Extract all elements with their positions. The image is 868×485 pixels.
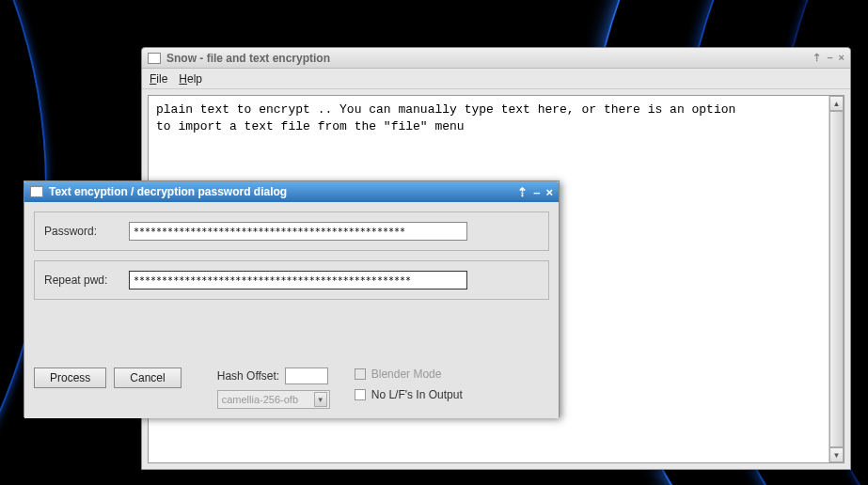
checkbox-column: Blender Mode No L/F's In Output bbox=[355, 368, 463, 401]
scrollbar[interactable]: ▲ ▼ bbox=[829, 96, 844, 462]
password-input[interactable] bbox=[129, 222, 467, 241]
hash-offset-row: Hash Offset: bbox=[217, 368, 330, 384]
pin-icon[interactable]: ⇡ bbox=[517, 185, 528, 199]
menu-help[interactable]: Help bbox=[179, 72, 202, 86]
cipher-select[interactable]: camellia-256-ofb ▼ bbox=[217, 390, 330, 409]
no-lfs-label: No L/F's In Output bbox=[371, 388, 463, 401]
close-icon[interactable]: × bbox=[545, 185, 553, 199]
no-lfs-row: No L/F's In Output bbox=[355, 388, 463, 401]
repeat-password-row: Repeat pwd: bbox=[34, 260, 549, 300]
close-icon[interactable]: × bbox=[839, 52, 844, 64]
blender-mode-label: Blender Mode bbox=[371, 368, 442, 381]
dialog-icon bbox=[30, 186, 43, 197]
password-dialog: Text encyption / decryption password dia… bbox=[24, 180, 560, 417]
scroll-thumb[interactable] bbox=[829, 111, 844, 447]
pin-icon[interactable]: ⇡ bbox=[813, 52, 821, 64]
options-column: Hash Offset: camellia-256-ofb ▼ bbox=[217, 368, 330, 409]
scroll-track[interactable] bbox=[829, 111, 844, 447]
password-row: Password: bbox=[34, 211, 549, 251]
dialog-window-controls: ⇡ – × bbox=[517, 185, 553, 199]
chevron-down-icon[interactable]: ▼ bbox=[314, 392, 327, 407]
cipher-value: camellia-256-ofb bbox=[222, 394, 298, 405]
scroll-down-icon[interactable]: ▼ bbox=[829, 447, 844, 462]
main-titlebar[interactable]: Snow - file and text encryption ⇡ – × bbox=[142, 48, 850, 69]
dialog-bottom-row: Process Cancel Hash Offset: camellia-256… bbox=[34, 368, 549, 409]
password-label: Password: bbox=[44, 225, 129, 238]
dialog-titlebar[interactable]: Text encyption / decryption password dia… bbox=[24, 181, 559, 202]
no-lfs-checkbox[interactable] bbox=[355, 389, 366, 400]
minimize-icon[interactable]: – bbox=[533, 185, 540, 199]
dialog-body: Password: Repeat pwd: Process Cancel Has… bbox=[24, 202, 559, 418]
hash-offset-label: Hash Offset: bbox=[217, 369, 279, 383]
repeat-password-input[interactable] bbox=[129, 271, 467, 289]
hash-offset-input[interactable] bbox=[285, 368, 328, 384]
repeat-password-label: Repeat pwd: bbox=[44, 274, 129, 287]
blender-mode-checkbox[interactable] bbox=[355, 368, 366, 380]
window-controls: ⇡ – × bbox=[813, 52, 844, 64]
menubar: File Help bbox=[142, 69, 850, 89]
blender-mode-row: Blender Mode bbox=[355, 368, 463, 381]
minimize-icon[interactable]: – bbox=[827, 52, 832, 64]
cancel-button[interactable]: Cancel bbox=[114, 368, 181, 388]
process-button[interactable]: Process bbox=[34, 368, 106, 388]
window-title: Snow - file and text encryption bbox=[166, 52, 813, 65]
menu-file[interactable]: File bbox=[150, 72, 167, 86]
scroll-up-icon[interactable]: ▲ bbox=[829, 96, 844, 111]
dialog-title: Text encyption / decryption password dia… bbox=[49, 185, 517, 198]
app-icon bbox=[148, 53, 161, 64]
